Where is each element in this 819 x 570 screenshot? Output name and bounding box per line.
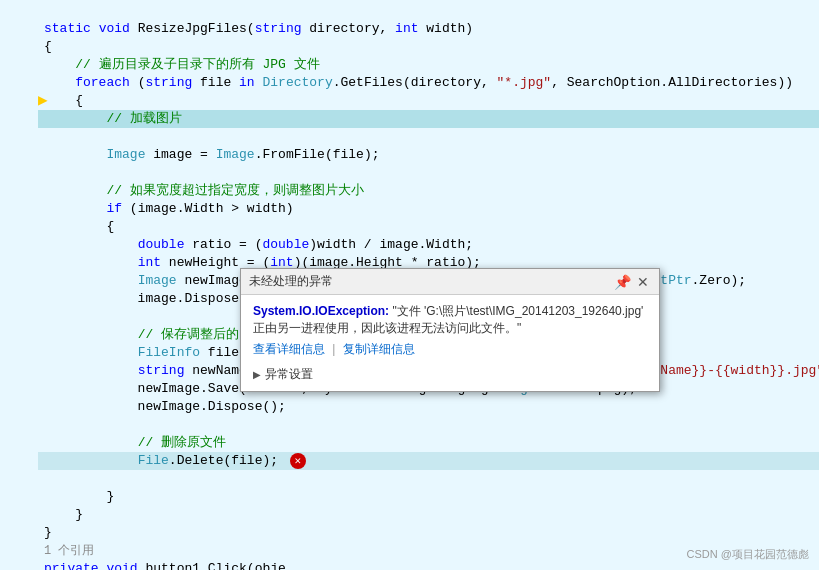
pin-icon[interactable]: 📌 bbox=[614, 274, 631, 290]
dialog-titlebar: 未经处理的异常 📌 ✕ bbox=[241, 269, 659, 295]
copy-details-link[interactable]: 复制详细信息 bbox=[343, 342, 415, 356]
exception-dialog: 未经处理的异常 📌 ✕ System.IO.IOException: "文件 '… bbox=[240, 268, 660, 392]
dialog-title: 未经处理的异常 bbox=[249, 273, 333, 290]
exception-settings-label: 异常设置 bbox=[265, 366, 313, 383]
expand-arrow-icon: ▶ bbox=[253, 369, 261, 380]
exception-settings-expand[interactable]: ▶ 异常设置 bbox=[253, 364, 647, 385]
dialog-links: 查看详细信息 | 复制详细信息 bbox=[253, 341, 647, 358]
watermark: CSDN @项目花园范德彪 bbox=[687, 547, 809, 562]
view-details-link[interactable]: 查看详细信息 bbox=[253, 342, 325, 356]
dialog-title-controls: 📌 ✕ bbox=[614, 274, 651, 290]
close-button[interactable]: ✕ bbox=[635, 274, 651, 290]
dialog-body: System.IO.IOException: "文件 'G:\照片\test\I… bbox=[241, 295, 659, 391]
exception-type: System.IO.IOException: "文件 'G:\照片\test\I… bbox=[253, 303, 647, 337]
breakpoint-arrow: ▶ bbox=[38, 90, 48, 110]
code-editor: static void ResizeJpgFiles(string direct… bbox=[0, 0, 819, 570]
